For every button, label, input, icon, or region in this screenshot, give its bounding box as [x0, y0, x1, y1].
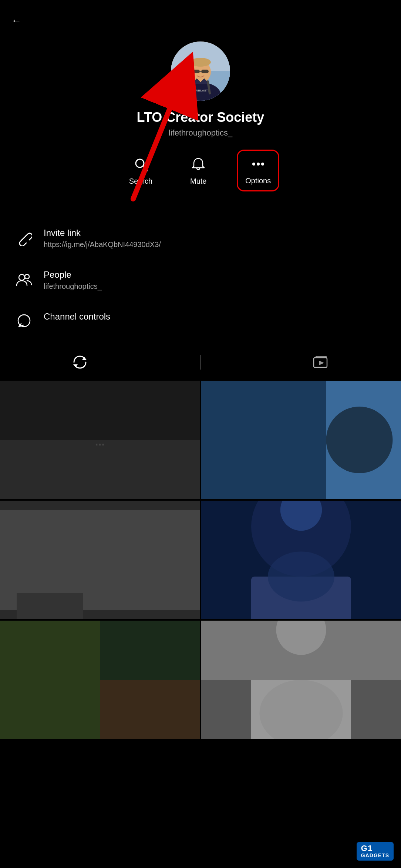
people-title: People	[44, 270, 102, 280]
channel-controls-title: Channel controls	[44, 311, 110, 322]
back-button[interactable]: ←	[11, 15, 21, 27]
svg-rect-26	[316, 356, 326, 358]
link-icon	[15, 228, 33, 247]
svg-marker-27	[319, 361, 324, 365]
invite-link-title: Invite link	[44, 228, 161, 238]
media-grid: ···	[0, 381, 401, 739]
svg-point-43	[268, 552, 334, 602]
media-cell-5	[0, 621, 200, 739]
svg-rect-6	[192, 70, 200, 73]
search-label: Search	[129, 177, 152, 186]
avatar: CWBLAST	[171, 41, 230, 101]
svg-rect-7	[201, 70, 209, 73]
options-label: Options	[245, 177, 271, 185]
svg-rect-29	[0, 381, 200, 440]
dots-icon	[249, 155, 267, 173]
info-list: Invite link https://ig.me/j/AbaKQbNI4493…	[0, 217, 401, 341]
media-cell-4	[201, 501, 401, 619]
people-icon	[15, 270, 33, 289]
svg-text:CWBLAST: CWBLAST	[193, 89, 208, 92]
media-cell-2	[201, 381, 401, 499]
svg-text:···: ···	[95, 438, 105, 451]
svg-point-14	[252, 163, 255, 166]
svg-point-20	[19, 274, 25, 280]
svg-point-16	[261, 163, 264, 166]
search-button[interactable]: Search	[122, 150, 160, 191]
chat-icon	[15, 312, 33, 331]
invite-link-item[interactable]: Invite link https://ig.me/j/AbaKQbNI4493…	[11, 217, 390, 259]
people-subtitle: lifethroughoptics_	[44, 282, 102, 291]
reels-tab[interactable]	[311, 353, 331, 372]
profile-section: CWBLAST LTO Creator Society lifethrougho…	[0, 34, 401, 217]
mute-button[interactable]: Mute	[182, 150, 215, 191]
bottom-tabs	[0, 345, 401, 379]
mute-label: Mute	[190, 177, 206, 186]
svg-line-13	[143, 166, 147, 171]
profile-username: lifethroughoptics_	[169, 128, 232, 138]
invite-link-url: https://ig.me/j/AbaKQbNI44930dX3/	[44, 240, 161, 249]
svg-rect-46	[100, 680, 200, 739]
channel-controls-item[interactable]: Channel controls	[11, 301, 390, 341]
media-cell-1: ···	[0, 381, 200, 499]
svg-point-21	[25, 274, 29, 279]
svg-point-5	[190, 58, 211, 67]
watermark: G1 GADGETS	[357, 842, 394, 861]
svg-point-15	[257, 163, 260, 166]
media-cell-6	[201, 621, 401, 739]
top-bar: ←	[0, 0, 401, 34]
options-button[interactable]: Options	[237, 150, 279, 191]
media-cell-3	[0, 501, 200, 619]
people-item[interactable]: People lifethroughoptics_	[11, 259, 390, 301]
search-icon	[132, 156, 150, 173]
svg-rect-45	[0, 621, 100, 739]
bell-icon	[189, 156, 207, 173]
svg-line-19	[22, 236, 26, 240]
svg-rect-38	[17, 593, 83, 619]
action-row: Search Mute Options	[0, 150, 401, 191]
svg-point-35	[326, 407, 393, 473]
profile-name: LTO Creator Society	[137, 110, 264, 125]
refresh-tab[interactable]	[70, 353, 90, 372]
